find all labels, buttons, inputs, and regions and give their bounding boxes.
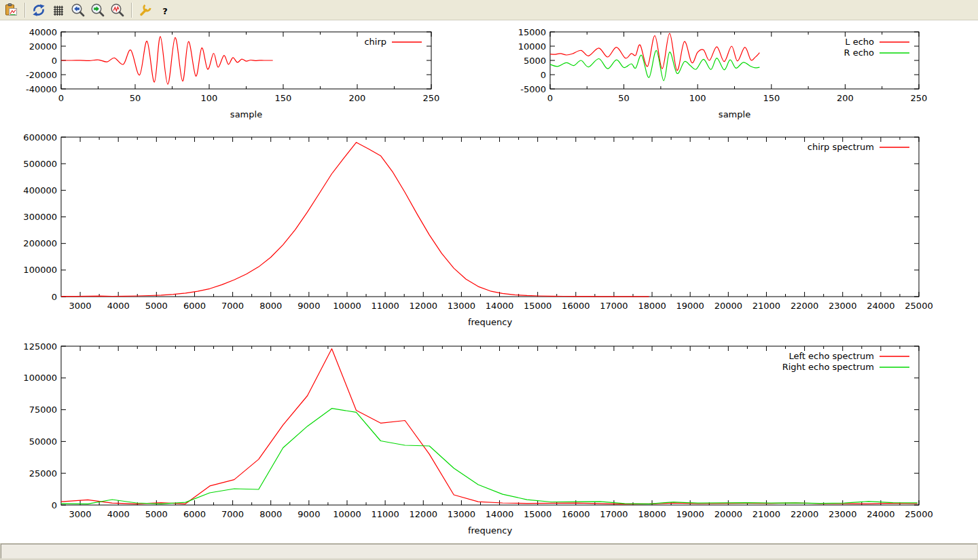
x-axis-label: sample [719, 109, 750, 119]
help-button[interactable]: ? [156, 1, 174, 19]
copy-plot-button[interactable] [2, 1, 20, 19]
configure-button[interactable] [137, 1, 154, 19]
x-tick-label: 16000 [562, 509, 590, 519]
x-tick-label: 15000 [524, 301, 551, 311]
x-tick-label: 22000 [791, 301, 818, 311]
x-tick-label: 18000 [638, 509, 666, 519]
x-tick-label: 11000 [371, 301, 399, 311]
x-tick-label: 20000 [714, 509, 742, 519]
y-tick-label: 0 [52, 56, 57, 66]
y-tick-label: -5000 [520, 84, 546, 94]
x-tick-label: 19000 [676, 301, 704, 311]
status-bar [0, 543, 978, 560]
y-tick-label: 10000 [518, 41, 546, 52]
series-chirp-spectrum [61, 143, 649, 297]
x-tick-label: 8000 [259, 509, 282, 519]
legend-label: chirp spectrum [808, 142, 874, 152]
x-tick-label: 14000 [486, 301, 513, 311]
plot-chirp-spectrum[interactable]: 3000400050006000700080009000100001100012… [0, 130, 978, 333]
zoom-previous-icon [71, 3, 86, 18]
legend-label: R echo [844, 48, 874, 58]
x-tick-label: 200 [837, 93, 854, 103]
y-tick-label: 600000 [23, 132, 57, 143]
plot-echo-waveforms[interactable]: 050100150200250-5000050001000015000sampl… [489, 21, 978, 130]
x-tick-label: 13000 [448, 301, 475, 311]
legend-label: L echo [845, 37, 874, 47]
y-tick-label: 20000 [29, 41, 57, 52]
y-tick-label: 100000 [23, 373, 57, 383]
series-left-echo-spectrum [61, 349, 918, 504]
x-tick-label: 100 [201, 93, 218, 103]
x-tick-label: 4000 [107, 301, 130, 311]
x-tick-label: 22000 [791, 509, 818, 519]
toolbar-separator [131, 3, 132, 18]
y-tick-label: 15000 [518, 27, 546, 37]
x-tick-label: 25000 [905, 301, 932, 311]
x-tick-label: 12000 [410, 301, 437, 311]
gnuplot-window: ? 050100150200250-40000-2000002000040000… [0, 0, 978, 560]
x-axis-label: frequency [468, 525, 513, 536]
series-r-echo [550, 50, 759, 81]
x-tick-label: 6000 [183, 509, 206, 519]
x-tick-label: 0 [547, 93, 553, 103]
x-tick-label: 7000 [221, 301, 244, 311]
x-tick-label: 50 [130, 93, 141, 103]
y-tick-label: 25000 [29, 468, 57, 479]
zoom-next-button[interactable] [89, 1, 107, 19]
x-tick-label: 12000 [410, 509, 437, 519]
x-tick-label: 100 [689, 93, 706, 103]
x-tick-label: 7000 [221, 509, 244, 519]
x-tick-label: 3000 [69, 301, 92, 311]
replot-button[interactable] [30, 1, 48, 19]
y-tick-label: 0 [52, 500, 57, 510]
x-tick-label: 25000 [905, 509, 932, 519]
y-tick-label: 400000 [23, 185, 57, 195]
x-tick-label: 250 [911, 93, 928, 103]
x-tick-label: 9000 [297, 301, 320, 311]
plot-frame [61, 137, 919, 297]
x-tick-label: 8000 [259, 301, 282, 311]
plot-chirp-waveform[interactable]: 050100150200250-40000-2000002000040000sa… [0, 21, 489, 130]
x-tick-label: 15000 [524, 509, 551, 519]
x-tick-label: 150 [275, 93, 292, 103]
x-tick-label: 5000 [145, 509, 168, 519]
y-tick-label: -20000 [26, 70, 57, 80]
y-tick-label: 40000 [29, 27, 57, 37]
x-axis-label: sample [230, 109, 262, 119]
replot-icon [31, 3, 46, 18]
plot-echo-spectra[interactable]: 3000400050006000700080009000100001100012… [0, 339, 978, 542]
legend-label: Right echo spectrum [782, 362, 874, 372]
zoom-next-icon [90, 3, 105, 18]
x-tick-label: 10000 [333, 509, 361, 519]
y-tick-label: -40000 [26, 84, 57, 94]
autoscale-icon [110, 3, 125, 18]
x-tick-label: 150 [763, 93, 780, 103]
x-tick-label: 17000 [600, 509, 628, 519]
grid-button[interactable] [50, 1, 67, 19]
y-tick-label: 5000 [524, 56, 546, 66]
x-tick-label: 250 [423, 93, 440, 103]
x-tick-label: 24000 [867, 509, 894, 519]
zoom-previous-button[interactable] [69, 1, 87, 19]
copy-plot-icon [3, 3, 18, 18]
x-tick-label: 23000 [829, 509, 856, 519]
x-axis-label: frequency [468, 317, 513, 327]
x-tick-label: 18000 [638, 301, 666, 311]
x-tick-label: 10000 [333, 301, 361, 311]
x-tick-label: 23000 [829, 301, 856, 311]
y-tick-label: 100000 [23, 265, 57, 275]
autoscale-button[interactable] [109, 1, 126, 19]
series-chirp [61, 37, 273, 84]
series-right-echo-spectrum [61, 409, 918, 504]
toolbar: ? [0, 0, 978, 20]
y-tick-label: 50000 [29, 436, 57, 447]
x-tick-label: 5000 [145, 301, 168, 311]
x-tick-label: 11000 [371, 509, 399, 519]
x-tick-label: 4000 [107, 509, 130, 519]
configure-icon [138, 3, 153, 18]
x-tick-label: 9000 [297, 509, 320, 519]
x-tick-label: 21000 [753, 509, 780, 519]
y-tick-label: 500000 [23, 159, 57, 169]
y-tick-label: 300000 [23, 212, 57, 222]
x-tick-label: 19000 [676, 509, 704, 519]
